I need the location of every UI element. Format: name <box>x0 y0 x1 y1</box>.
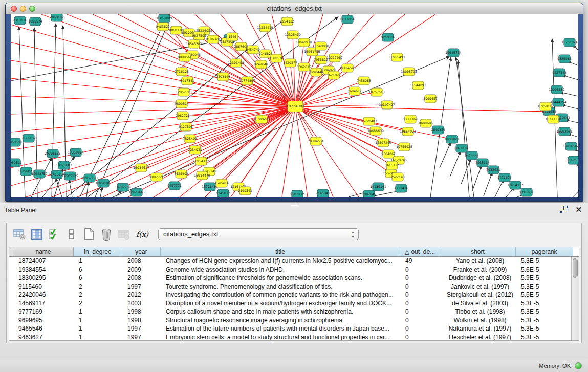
graph-edge <box>95 23 168 197</box>
graph-edge <box>450 151 461 177</box>
graph-node-label: 16543382 <box>186 42 202 46</box>
column-header-out_de[interactable]: △ out_de... <box>400 247 440 256</box>
graph-node-label: 1640354 <box>431 128 445 132</box>
column-header-in_degree[interactable]: in_degree <box>74 247 122 256</box>
splitter-grip[interactable] <box>291 204 298 206</box>
graph-node-label: 2060182 <box>50 15 64 19</box>
column-header-short[interactable]: short <box>440 247 516 256</box>
unselect-all-columns-button[interactable] <box>64 227 79 242</box>
column-header-name[interactable]: name <box>13 247 74 256</box>
graph-node-label: 8220377 <box>283 61 297 64</box>
graph-node-label: 9463822 <box>156 25 170 28</box>
table-row[interactable]: 1938455462009Genome-wide association stu… <box>9 266 579 274</box>
graph-node-label: 10688609 <box>367 129 384 133</box>
table-cell: 1997 <box>124 333 163 341</box>
canvas-resize-grip[interactable] <box>571 189 578 197</box>
graph-node-label: 14136141 <box>370 185 386 188</box>
table-cell: 9115460 <box>15 282 76 291</box>
graph-node-label: 7525402 <box>183 137 197 140</box>
select-all-columns-button[interactable] <box>47 227 62 242</box>
column-header-title[interactable]: title <box>161 247 400 256</box>
graph-node-label: 1621022 <box>326 73 341 77</box>
table-row[interactable]: 1872400712008Changes of HCN gene express… <box>9 257 579 266</box>
table-row[interactable]: 977716911998Corpus callosum shape and si… <box>9 308 579 316</box>
column-header-year[interactable]: year <box>122 247 161 256</box>
graph-edge <box>472 165 482 191</box>
table-header-row: namein_degreeyeartitle△ out_de...shortpa… <box>9 247 579 257</box>
function-builder-button[interactable]: f(x) <box>134 227 151 242</box>
table-cell: 0 <box>402 333 442 341</box>
show-columns-button[interactable] <box>29 227 45 242</box>
graph-node-label: 16053809 <box>156 16 172 20</box>
table-cell: 18300295 <box>15 274 76 282</box>
window-titlebar[interactable]: citations_edges.txt <box>6 3 583 14</box>
table-row[interactable]: 969969511998Structural magnetic resonanc… <box>9 316 579 325</box>
table-cell: Estimation of the future numbers of pati… <box>163 324 402 333</box>
citation-network-graph[interactable]: 2313176105557420601821605380985722348813… <box>11 14 578 197</box>
vertical-scrollbar[interactable] <box>571 257 579 340</box>
graph-node-label: 9329966 <box>557 57 572 60</box>
graph-node-label: 10975887 <box>56 163 72 167</box>
table-cell: 0 <box>402 282 442 291</box>
graph-node-label: 9227343 <box>552 71 567 74</box>
graph-node-label: 10107427 <box>379 103 395 106</box>
table-cell: de Silva et al. (2003) <box>442 299 518 308</box>
table-row[interactable]: 946362711997Embryonic stem cells: a mode… <box>9 333 579 341</box>
graph-node-label: 1604617 <box>347 89 362 93</box>
table-cell: Stergiakouli et al. (2012) <box>442 291 518 299</box>
table-cell: 0 <box>402 316 442 325</box>
row-gutter <box>9 274 15 282</box>
column-header-pagerank[interactable]: pagerank <box>516 247 573 256</box>
table-panel: Table Panel ✕ <box>0 203 588 372</box>
table-cell: 49 <box>402 257 442 266</box>
table-cell: 2009 <box>124 266 163 274</box>
table-mode-button[interactable] <box>12 227 27 242</box>
table-cell: 2008 <box>124 274 163 282</box>
graph-node-label: 19756928 <box>396 145 412 148</box>
table-cell: 18724007 <box>15 257 76 266</box>
graph-node-label: 1733426 <box>394 186 408 190</box>
create-table-button[interactable] <box>81 227 97 242</box>
table-source-select[interactable]: citations_edges.txt ▲▼ <box>158 228 359 240</box>
table-cell: 5.3E-5 <box>518 324 575 333</box>
table-cell: 5.3E-5 <box>518 316 575 325</box>
network-canvas[interactable]: 2313176105557420601821605380985722348813… <box>11 14 578 197</box>
graph-node-label: 18640910 <box>296 40 312 44</box>
table-row[interactable]: 2242004622012Investigating the contribut… <box>9 291 579 299</box>
status-bar: Memory: OK <box>0 360 588 372</box>
table-cell: Structural magnetic resonance image aver… <box>163 316 402 325</box>
graph-node-label: 9457771 <box>167 184 182 187</box>
graph-node-label: 19384554 <box>308 139 324 143</box>
table-cell: 1 <box>76 257 124 266</box>
graph-edge <box>295 106 359 197</box>
graph-node-label: 8454749 <box>246 48 260 51</box>
table-cell: 9699695 <box>15 316 76 325</box>
table-row[interactable]: 1456911722003Disruption of a novel membe… <box>9 299 579 308</box>
table-rows: 1872400712008Changes of HCN gene express… <box>9 257 579 341</box>
graph-node-label: 18095798 <box>401 70 417 73</box>
node-table: namein_degreeyeartitle△ out_de...shortpa… <box>9 247 579 341</box>
table-row[interactable]: 946554611997Estimation of the future num… <box>9 324 579 333</box>
graph-node-label: 8813054 <box>340 17 355 21</box>
graph-node-label: 8699695 <box>419 121 433 125</box>
table-row[interactable]: 911546021997Tourette syndrome. Phenomeno… <box>9 282 579 291</box>
graph-node-label: 8938923 <box>445 137 459 141</box>
graph-node-label: 10774597 <box>239 79 255 82</box>
table-row[interactable]: 1830029562008Estimation of significance … <box>9 274 579 282</box>
scrollbar-thumb[interactable] <box>573 258 578 278</box>
graph-node-label: 7955812 <box>314 58 328 61</box>
float-panel-icon[interactable] <box>560 206 569 214</box>
close-panel-icon[interactable]: ✕ <box>575 205 582 214</box>
table-cell: 5.3E-5 <box>518 333 575 341</box>
table-cell: 1997 <box>124 324 163 333</box>
table-cell: 9777169 <box>15 308 76 316</box>
table-cell: 1998 <box>124 316 163 325</box>
table-cell: 5.3E-5 <box>518 257 575 266</box>
graph-edge <box>282 106 295 197</box>
table-cell: 19384554 <box>15 266 76 274</box>
graph-node-label: 11254419 <box>257 26 273 29</box>
memory-status-icon[interactable] <box>575 362 582 369</box>
graph-node-label: 9245012 <box>216 191 230 195</box>
delete-table-button[interactable] <box>99 227 114 242</box>
window-title: citations_edges.txt <box>6 5 583 12</box>
